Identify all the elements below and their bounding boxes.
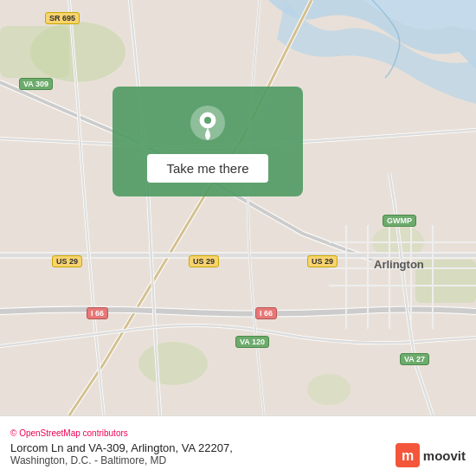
badge-va27: VA 27 [400,353,429,365]
badge-i66-left: I 66 [87,307,108,319]
badge-va120: VA 120 [235,336,269,348]
badge-gwmp: GWMP [383,215,416,227]
badge-us29-left: US 29 [52,255,82,267]
svg-point-6 [307,374,351,405]
take-me-there-button[interactable]: Take me there [147,154,267,183]
osm-text: OpenStreetMap contributors [19,428,128,438]
moovit-icon: m [396,443,420,467]
badge-us29-right: US 29 [307,255,338,267]
osm-attribution: © OpenStreetMap contributors [10,428,466,438]
map-container: SR 695 VA 309 US 29 US 29 US 29 I 66 I 6… [0,0,476,415]
svg-text:m: m [402,448,414,463]
bottom-bar: © OpenStreetMap contributors Lorcom Ln a… [0,415,476,476]
moovit-text: moovit [423,448,466,463]
location-panel: Take me there [113,87,303,196]
svg-rect-2 [0,26,69,78]
badge-sr695: SR 695 [45,12,80,24]
badge-va309: VA 309 [19,78,53,90]
moovit-logo: m moovit [396,443,466,467]
svg-point-3 [138,342,208,385]
svg-point-9 [204,117,211,124]
location-pin-icon [189,104,227,142]
osm-symbol: © [10,428,16,438]
badge-i66-right: I 66 [255,307,277,319]
label-arlington: Arlington [374,258,424,271]
svg-rect-5 [415,260,476,303]
badge-us29-mid: US 29 [189,255,219,267]
